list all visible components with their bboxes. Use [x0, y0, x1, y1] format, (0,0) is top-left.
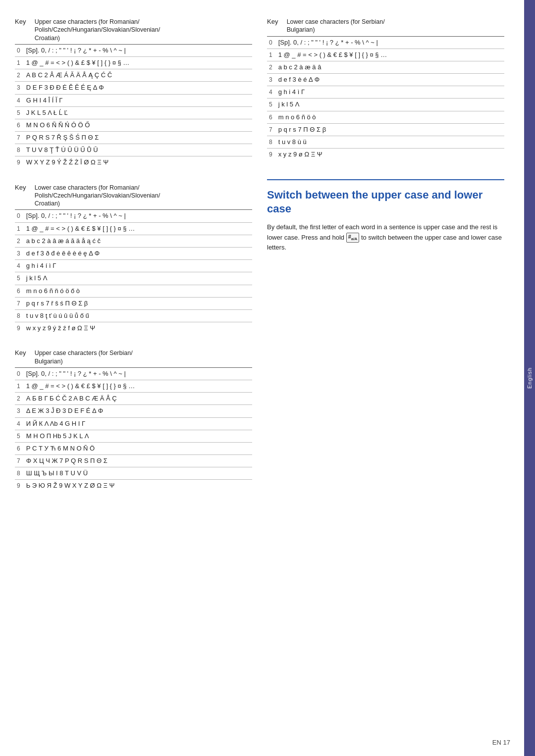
- table-row: 3D E F 3 Đ Ð Ė Ě Ĕ É Ę Δ Φ: [15, 82, 252, 94]
- key-cell: 8: [267, 136, 276, 149]
- table-title-2: Lower case characters (for Romanian/ Pol…: [35, 184, 144, 208]
- chars-cell: D E F 3 Đ Ð Ė Ě Ĕ É Ę Δ Φ: [24, 82, 252, 94]
- key-cell: 7: [15, 132, 24, 144]
- table-row: 3d e f 3 ð đ ė ě ĕ è é ę Δ Φ: [15, 247, 252, 259]
- table-row: 5j k l 5 Λ: [267, 99, 504, 111]
- info-divider: [267, 179, 504, 180]
- chars-cell: M N O 6 Ñ Ň Ń Ó Ö Ő: [24, 119, 252, 131]
- key-cell: 1: [15, 56, 24, 69]
- table-row: 4И Й К Λ Λb 4 G H I Γ: [15, 417, 252, 430]
- table-row: 9W X Y Z 9 Ý Ž Ź Ż Ī Ø Ω Ξ Ψ: [15, 156, 252, 169]
- table-row: 4g h i 4 ì Γ: [267, 86, 504, 99]
- key-cell: 3: [15, 247, 24, 259]
- key-header-4: Key: [267, 18, 285, 25]
- key-cell: 5: [267, 99, 276, 111]
- key-header-1: Key: [15, 18, 33, 25]
- chars-cell: [Sp]. 0, / : ; " " ' ! ¡ ? ¿ * + - % \ ^…: [276, 36, 504, 49]
- table-row: 8Ш Щ Ъ Ы І 8 T U V Ü: [15, 467, 252, 480]
- table-title-3: Upper case characters (for Serbian/ Bulg…: [35, 349, 144, 365]
- table-title-4: Lower case characters (for Serbian/ Bulg…: [287, 18, 396, 34]
- key-cell: 4: [267, 86, 276, 99]
- table-lower-romanian: Key Lower case characters (for Romanian/…: [15, 181, 252, 335]
- key-cell: 2: [15, 393, 24, 405]
- chars-cell: W X Y Z 9 Ý Ž Ź Ż Ī Ø Ω Ξ Ψ: [24, 156, 252, 169]
- key-cell: 5: [15, 272, 24, 285]
- key-cell: 8: [15, 309, 24, 322]
- chars-cell: d e f 3 è é Δ Φ: [276, 74, 504, 86]
- chars-cell: Φ Х Ц Ч Ж 7 P Q R S Π Θ Σ: [24, 455, 252, 467]
- key-cell: 4: [15, 260, 24, 272]
- table-row: 2a b c 2 à â æ á ă ä å ą ć č: [15, 235, 252, 247]
- key-cell: 7: [267, 123, 276, 136]
- table-row: 5j k l 5 Λ: [15, 272, 252, 285]
- table-row: 11 @ _ # = < > ( ) & € £ $ ¥ [ ] { } ¤ §…: [267, 49, 504, 61]
- chars-cell: 1 @ _ # = < > ( ) & € £ $ ¥ [ ] { } ¤ § …: [24, 222, 252, 235]
- table-row: 8t u v 8 ţ ť ù ú û ü ů ő ű: [15, 309, 252, 322]
- table-row: 0[Sp]. 0, / : ; " " ' ! ¡ ? ¿ * + - % \ …: [267, 36, 504, 49]
- table-row: 3Δ Е Ж 3 Ĵ Đ 3 D E F É Δ Φ: [15, 405, 252, 417]
- chars-cell: j k l 5 Λ: [276, 99, 504, 111]
- key-cell: 0: [15, 367, 24, 380]
- sidebar-tab-label: English: [527, 367, 533, 389]
- key-cell: 5: [15, 430, 24, 442]
- key-header-2: Key: [15, 184, 33, 191]
- table-row: 11 @ _ # = < > ( ) & € £ $ ¥ [ ] { } ¤ §…: [15, 380, 252, 392]
- table-row: 4g h i 4 í ì Γ: [15, 260, 252, 272]
- table-upper-serbian: Key Upper case characters (for Serbian/ …: [15, 346, 252, 492]
- key-cell: 6: [15, 285, 24, 297]
- sidebar-tab: English: [524, 0, 535, 756]
- table-row: 11 @ _ # = < > ( ) & € £ $ ¥ [ ] { } ¤ §…: [15, 222, 252, 235]
- table-row: 2A B C 2 Â Æ Á Ă Ä Å Ą Ç Ć Č: [15, 69, 252, 82]
- chars-cell: m n o 6 ñ ö ò: [276, 111, 504, 123]
- key-cell: 0: [15, 44, 24, 56]
- key-cell: 0: [267, 36, 276, 49]
- table-row: 0[Sp]. 0, / : ; " " ' ! ¡ ? ¿ * + - % \ …: [15, 210, 252, 222]
- key-cell: 2: [15, 235, 24, 247]
- page-footer: EN 17: [492, 739, 510, 746]
- key-cell: 4: [15, 94, 24, 106]
- page: Key Upper case characters (for Romanian/…: [0, 0, 535, 756]
- left-column: Key Upper case characters (for Romanian/…: [15, 15, 252, 741]
- chars-cell: Δ Е Ж 3 Ĵ Đ 3 D E F É Δ Φ: [24, 405, 252, 417]
- key-cell: 8: [15, 467, 24, 480]
- key-cell: 1: [15, 380, 24, 392]
- table-row: 0[Sp]. 0, / : ; " " ' ! ¡ ? ¿ * + - % \ …: [15, 367, 252, 380]
- chars-cell: [Sp]. 0, / : ; " " ' ! ¡ ? ¿ * + - % \ ^…: [24, 367, 252, 380]
- table-row: 9Ь Э Ю Я Ž 9 W X Y Z Ø Ω Ξ Ψ: [15, 480, 252, 492]
- key-cell: 9: [15, 480, 24, 492]
- chars-cell: a b c 2 à æ ä â: [276, 61, 504, 73]
- key-cell: 7: [15, 455, 24, 467]
- chars-cell: 1 @ _ # = < > ( ) & € £ $ ¥ [ ] { } ¤ § …: [24, 380, 252, 392]
- chars-cell: g h i 4 ì Γ: [276, 86, 504, 99]
- key-cell: 9: [267, 149, 276, 161]
- shift-key-badge: #a/A: [346, 233, 360, 243]
- table-row: 6Р С Т У Ћ 6 M N O Ñ Ö: [15, 442, 252, 454]
- key-cell: 1: [15, 222, 24, 235]
- table-row: 5М Н О П Нb 5 J K L Λ: [15, 430, 252, 442]
- table-row: 7p q r s 7 Π Θ Σ β: [267, 123, 504, 136]
- info-section: Switch between the upper case and lower …: [267, 177, 504, 252]
- key-cell: 1: [267, 49, 276, 61]
- table-title-1: Upper case characters (for Romanian/ Pol…: [35, 18, 144, 42]
- key-cell: 6: [15, 119, 24, 131]
- key-cell: 3: [267, 74, 276, 86]
- table-row: 0[Sp]. 0, / : ; " " ' ! ¡ ? ¿ * + - % \ …: [15, 44, 252, 56]
- key-cell: 0: [15, 210, 24, 222]
- key-cell: 2: [15, 69, 24, 82]
- key-cell: 3: [15, 405, 24, 417]
- key-cell: 7: [15, 297, 24, 309]
- key-cell: 5: [15, 106, 24, 119]
- table-row: 2А Б В Г Б Ć Č 2 A B C Æ Ä Å Ç: [15, 393, 252, 405]
- chars-cell: А Б В Г Б Ć Č 2 A B C Æ Ä Å Ç: [24, 393, 252, 405]
- info-title: Switch between the upper case and lower …: [267, 188, 504, 215]
- chars-cell: t u v 8 ù ü: [276, 136, 504, 149]
- table-row: 9x y z 9 ø Ω Ξ Ψ: [267, 149, 504, 161]
- chars-cell: a b c 2 à â æ á ă ä å ą ć č: [24, 235, 252, 247]
- chars-cell: p q r s 7 Π Θ Σ β: [276, 123, 504, 136]
- key-header-3: Key: [15, 349, 33, 356]
- table-row: 8T U V 8 Ţ Ť Ú Û Ü Ű Ů Ū: [15, 144, 252, 156]
- key-cell: 2: [267, 61, 276, 73]
- table-row: 8t u v 8 ù ü: [267, 136, 504, 149]
- chars-cell: Ь Э Ю Я Ž 9 W X Y Z Ø Ω Ξ Ψ: [24, 480, 252, 492]
- key-cell: 6: [15, 442, 24, 454]
